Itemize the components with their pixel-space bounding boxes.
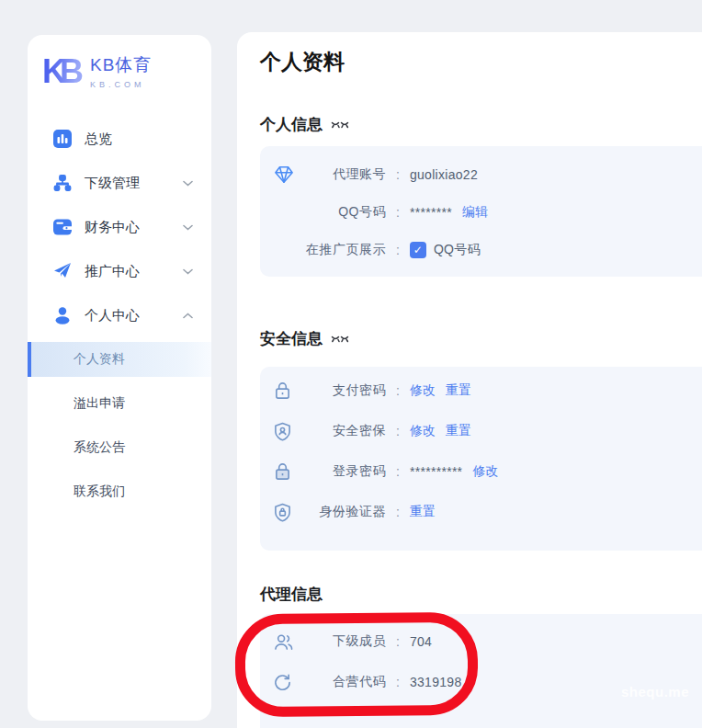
- sidebar-subitem-system-announcements[interactable]: 系统公告: [28, 426, 211, 470]
- agent-info-card: 下级成员 : 704 合营代码 : 3319198: [260, 614, 702, 728]
- sidebar-subitem-overflow-request[interactable]: 溢出申请: [28, 381, 211, 426]
- login-password-masked-value: **********: [410, 464, 462, 479]
- pay-password-label: 支付密码: [305, 382, 386, 399]
- lock-icon: [274, 381, 305, 400]
- gem-icon: [274, 165, 305, 184]
- authenticator-label: 身份验证器: [305, 504, 386, 520]
- user-icon: [53, 306, 72, 324]
- sidebar-subitem-contact-us[interactable]: 联系我们: [28, 470, 211, 514]
- org-chart-icon: [53, 174, 72, 192]
- partner-code-label: 合营代码: [305, 674, 386, 690]
- sidebar-subitem-label: 联系我们: [74, 483, 125, 500]
- pay-password-reset-link[interactable]: 重置: [446, 382, 471, 399]
- sidebar-item-label: 下级管理: [85, 175, 140, 192]
- sidebar-item-finance[interactable]: 财务中心: [28, 205, 211, 249]
- agent-account-value: guolixiao22: [410, 167, 478, 182]
- sync-icon: [274, 674, 305, 691]
- overview-chart-icon: [53, 130, 72, 148]
- sidebar-item-subordinates[interactable]: 下级管理: [28, 161, 211, 205]
- agent-account-row: 代理账号 : guolixiao22: [260, 155, 702, 193]
- shield-user-icon: [274, 422, 305, 441]
- chevron-down-icon: [183, 180, 193, 187]
- pay-password-row: 支付密码 : 修改 重置: [260, 370, 702, 411]
- lock-icon: [274, 462, 305, 481]
- security-question-row: 安全密保 : 修改 重置: [260, 411, 702, 451]
- colon: :: [396, 424, 400, 438]
- qq-number-masked-value: ********: [410, 205, 452, 220]
- security-info-card: 支付密码 : 修改 重置 安全密保 : 修改 重置 登录密码 : *******…: [260, 367, 702, 551]
- sidebar: KB KB体育 KB.COM 总览 下级管理 财务中心: [28, 35, 211, 721]
- kb-logo-mark: KB: [42, 55, 85, 88]
- personal-info-section-header: 个人信息: [260, 115, 702, 135]
- sidebar-item-promotion[interactable]: 推广中心: [28, 249, 211, 293]
- partner-code-row: 合营代码 : 3319198: [260, 662, 702, 702]
- eye-closed-icon[interactable]: [331, 335, 349, 345]
- security-question-reset-link[interactable]: 重置: [446, 423, 471, 439]
- kb-logo: KB KB体育 KB.COM: [28, 35, 211, 89]
- security-info-section-header: 安全信息: [260, 329, 702, 349]
- colon: :: [396, 167, 400, 182]
- sidebar-item-label: 个人中心: [85, 307, 140, 324]
- sidebar-item-label: 总览: [85, 131, 112, 148]
- partner-code-value: 3319198: [410, 675, 462, 689]
- promo-display-row: 在推广页展示 : ✓ QQ号码: [260, 231, 702, 268]
- sidebar-item-label: 推广中心: [85, 263, 140, 280]
- colon: :: [396, 205, 400, 220]
- sidebar-menu: 总览 下级管理 财务中心 推广中心: [28, 117, 211, 514]
- chevron-down-icon: [183, 224, 193, 231]
- agent-account-label: 代理账号: [305, 166, 386, 183]
- page-title: 个人资料: [260, 47, 702, 76]
- qq-number-label: QQ号码: [305, 204, 386, 221]
- sidebar-subitem-label: 溢出申请: [74, 395, 125, 412]
- sidebar-item-personal-center[interactable]: 个人中心: [28, 293, 211, 337]
- authenticator-row: 身份验证器 : 重置: [260, 492, 702, 532]
- sidebar-item-label: 财务中心: [85, 219, 140, 236]
- security-question-modify-link[interactable]: 修改: [410, 423, 436, 439]
- paper-plane-icon: [53, 262, 72, 280]
- pay-password-modify-link[interactable]: 修改: [410, 382, 436, 399]
- colon: :: [396, 464, 400, 479]
- kb-logo-subtitle: KB.COM: [90, 80, 152, 89]
- colon: :: [396, 675, 400, 689]
- colon: :: [396, 634, 400, 649]
- subordinate-members-row: 下级成员 : 704: [260, 621, 702, 662]
- security-info-heading: 安全信息: [260, 329, 323, 349]
- sidebar-subitem-label: 个人资料: [74, 351, 125, 368]
- users-icon: [274, 633, 305, 651]
- qq-number-row: QQ号码 : ******** 编辑: [260, 193, 702, 231]
- eye-closed-icon[interactable]: [331, 120, 349, 131]
- promo-display-label: 在推广页展示: [305, 242, 386, 258]
- main-content: 个人资料 个人信息 代理账号 : guolixiao22 QQ号码 : ****…: [237, 32, 702, 728]
- agent-info-heading: 代理信息: [260, 585, 323, 605]
- colon: :: [396, 505, 400, 519]
- personal-info-card: 代理账号 : guolixiao22 QQ号码 : ******** 编辑 在推…: [260, 146, 702, 277]
- authenticator-reset-link[interactable]: 重置: [410, 504, 436, 520]
- login-password-modify-link[interactable]: 修改: [472, 463, 498, 480]
- sidebar-item-overview[interactable]: 总览: [28, 117, 211, 161]
- qq-display-checkbox[interactable]: ✓: [410, 242, 426, 258]
- shield-lock-icon: [274, 503, 305, 522]
- agent-info-section-header: 代理信息: [260, 585, 702, 605]
- qq-edit-link[interactable]: 编辑: [462, 204, 488, 221]
- qq-display-checkbox-label: QQ号码: [434, 242, 481, 258]
- chevron-down-icon: [183, 268, 193, 275]
- login-password-row: 登录密码 : ********** 修改: [260, 451, 702, 492]
- subordinate-members-value: 704: [410, 634, 432, 649]
- kb-logo-title: KB体育: [90, 53, 152, 77]
- colon: :: [396, 243, 400, 257]
- personal-info-heading: 个人信息: [260, 115, 323, 135]
- colon: :: [396, 383, 400, 398]
- wallet-icon: [53, 218, 72, 236]
- chevron-up-icon: [183, 313, 193, 319]
- login-password-label: 登录密码: [305, 463, 386, 480]
- security-question-label: 安全密保: [305, 423, 386, 439]
- sidebar-subitem-profile[interactable]: 个人资料: [28, 342, 211, 377]
- subordinate-members-label: 下级成员: [305, 633, 386, 650]
- sidebar-subitem-label: 系统公告: [74, 439, 125, 456]
